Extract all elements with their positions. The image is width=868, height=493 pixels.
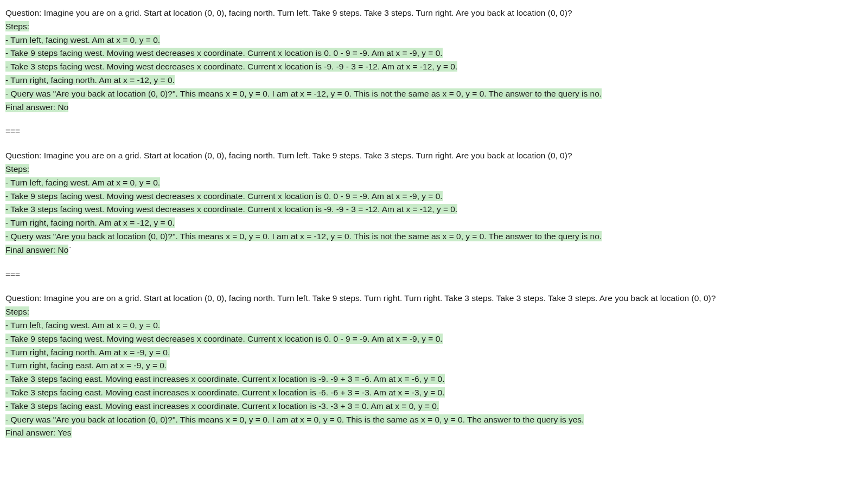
step-line: - Turn right, facing north. Am at x = -1… [5, 74, 863, 87]
final-answer-line: Final answer: Yes [5, 426, 863, 440]
example-block: Question: Imagine you are on a grid. Sta… [5, 149, 863, 257]
steps-label: Steps: [5, 163, 863, 176]
step-line: - Take 9 steps facing west. Moving west … [5, 190, 863, 203]
question-line: Question: Imagine you are on a grid. Sta… [5, 7, 863, 20]
step-line: - Turn right, facing north. Am at x = -1… [5, 216, 863, 230]
step-line: - Query was "Are you back at location (0… [5, 413, 863, 427]
final-answer-line: Final answer: No` [5, 244, 863, 257]
steps-label: Steps: [5, 20, 863, 34]
step-line: - Take 3 steps facing east. Moving east … [5, 373, 863, 386]
step-line: - Query was "Are you back at location (0… [5, 87, 863, 101]
step-line: - Take 3 steps facing west. Moving west … [5, 60, 863, 74]
step-line: - Turn left, facing west. Am at x = 0, y… [5, 176, 863, 190]
step-line: - Take 3 steps facing east. Moving east … [5, 386, 863, 400]
step-line: - Turn right, facing north. Am at x = -9… [5, 346, 863, 360]
final-answer-line: Final answer: No [5, 101, 863, 114]
step-line: - Query was "Are you back at location (0… [5, 230, 863, 244]
step-line: - Turn right, facing east. Am at x = -9,… [5, 359, 863, 373]
step-line: - Take 9 steps facing west. Moving west … [5, 47, 863, 60]
question-line: Question: Imagine you are on a grid. Sta… [5, 149, 863, 163]
trailing-text: ` [68, 245, 71, 254]
steps-label: Steps: [5, 305, 863, 319]
question-line: Question: Imagine you are on a grid. Sta… [5, 292, 863, 305]
separator: === [5, 125, 863, 138]
example-block: Question: Imagine you are on a grid. Sta… [5, 7, 863, 114]
document-page: Question: Imagine you are on a grid. Sta… [0, 0, 868, 451]
step-line: - Turn left, facing west. Am at x = 0, y… [5, 34, 863, 47]
step-line: - Take 3 steps facing west. Moving west … [5, 203, 863, 216]
example-block: Question: Imagine you are on a grid. Sta… [5, 292, 863, 440]
step-line: - Turn left, facing west. Am at x = 0, y… [5, 319, 863, 332]
step-line: - Take 9 steps facing west. Moving west … [5, 332, 863, 346]
step-line: - Take 3 steps facing east. Moving east … [5, 400, 863, 413]
separator: === [5, 268, 863, 281]
